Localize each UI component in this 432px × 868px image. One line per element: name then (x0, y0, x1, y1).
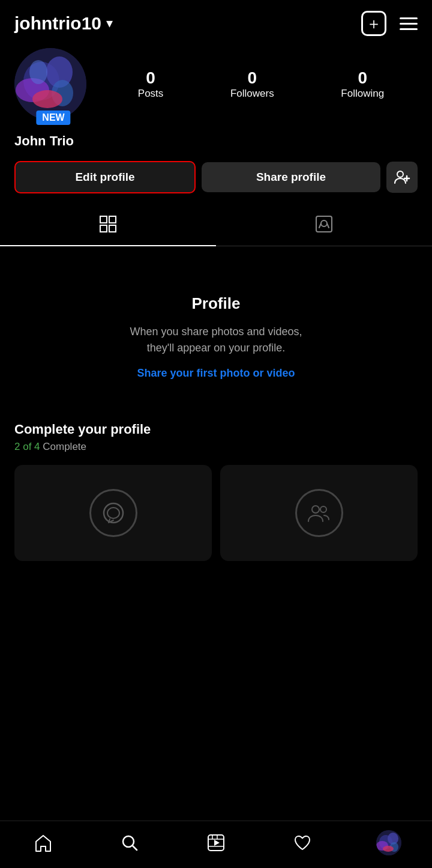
nav-search[interactable] (112, 830, 148, 856)
header-right: ＋ (361, 11, 418, 36)
nav-home[interactable] (25, 830, 61, 856)
search-icon (120, 833, 139, 852)
edit-profile-button[interactable]: Edit profile (14, 161, 196, 193)
menu-button[interactable] (400, 17, 418, 30)
svg-marker-23 (214, 840, 220, 846)
following-count: 0 (358, 68, 367, 88)
nav-heart[interactable] (284, 830, 320, 856)
hamburger-line (400, 28, 418, 30)
chevron-down-icon[interactable]: ▾ (106, 16, 113, 31)
home-icon (34, 833, 53, 852)
complete-profile-progress: 2 of 4 Complete (14, 441, 418, 453)
profile-top: NEW 0 Posts 0 Followers 0 Following (14, 48, 418, 120)
hamburger-line (400, 23, 418, 25)
plus-icon: ＋ (366, 13, 382, 34)
nav-profile-avatar (376, 830, 401, 855)
svg-point-6 (29, 60, 47, 84)
tab-grid[interactable] (0, 207, 216, 246)
svg-rect-14 (316, 216, 332, 232)
bottom-nav (0, 821, 432, 868)
share-profile-button[interactable]: Share profile (202, 162, 380, 192)
complete-profile-section: Complete your profile 2 of 4 Complete (0, 404, 432, 561)
complete-card-2[interactable] (220, 465, 418, 561)
add-person-icon (394, 169, 410, 186)
share-first-photo-link[interactable]: Share your first photo or video (137, 367, 295, 380)
avatar-container[interactable]: NEW (14, 48, 92, 120)
add-person-button[interactable] (386, 162, 418, 193)
svg-rect-12 (100, 225, 107, 232)
tabs-row (0, 207, 432, 246)
nav-profile[interactable] (371, 830, 407, 856)
svg-point-33 (383, 846, 394, 852)
complete-profile-title: Complete your profile (14, 422, 418, 437)
profile-section: NEW 0 Posts 0 Followers 0 Following John… (0, 42, 432, 149)
posts-label: Posts (138, 88, 164, 100)
people-icon (295, 489, 343, 537)
stats-row: 0 Posts 0 Followers 0 Following (104, 68, 418, 100)
heart-icon (293, 833, 312, 852)
new-badge: NEW (36, 111, 70, 125)
progress-colored: 2 of 4 (14, 441, 40, 452)
complete-cards-row (14, 465, 418, 561)
hamburger-line (400, 17, 418, 19)
header-left: johntrio10 ▾ (14, 13, 113, 34)
followers-count: 0 (248, 68, 257, 88)
svg-rect-11 (109, 216, 116, 223)
avatar[interactable] (14, 48, 86, 120)
reels-icon (206, 833, 226, 852)
followers-label: Followers (230, 88, 274, 100)
display-name: John Trio (14, 133, 418, 149)
empty-state: Profile When you share photos and videos… (0, 246, 432, 404)
svg-point-5 (32, 90, 62, 108)
svg-point-19 (320, 506, 326, 512)
username-label[interactable]: johntrio10 (14, 13, 101, 34)
chat-icon (89, 489, 137, 537)
header: johntrio10 ▾ ＋ (0, 0, 432, 42)
following-stat[interactable]: 0 Following (341, 68, 384, 100)
empty-state-title: Profile (192, 294, 241, 313)
svg-point-17 (107, 508, 119, 518)
following-label: Following (341, 88, 384, 100)
svg-point-15 (321, 220, 327, 226)
posts-stat[interactable]: 0 Posts (138, 68, 164, 100)
new-post-button[interactable]: ＋ (361, 11, 386, 36)
posts-count: 0 (146, 68, 155, 88)
followers-stat[interactable]: 0 Followers (230, 68, 274, 100)
empty-state-description: When you share photos and videos,they'll… (130, 324, 302, 356)
svg-point-18 (312, 506, 319, 513)
grid-icon (99, 215, 117, 237)
buttons-row: Edit profile Share profile (14, 161, 418, 193)
svg-point-7 (397, 171, 403, 177)
svg-rect-13 (109, 225, 116, 232)
nav-reels[interactable] (198, 830, 234, 856)
progress-text: Complete (40, 441, 86, 452)
svg-line-21 (133, 846, 137, 850)
tagged-icon (315, 215, 333, 237)
tab-tagged[interactable] (216, 207, 432, 246)
svg-rect-10 (100, 216, 107, 223)
complete-card-1[interactable] (14, 465, 212, 561)
